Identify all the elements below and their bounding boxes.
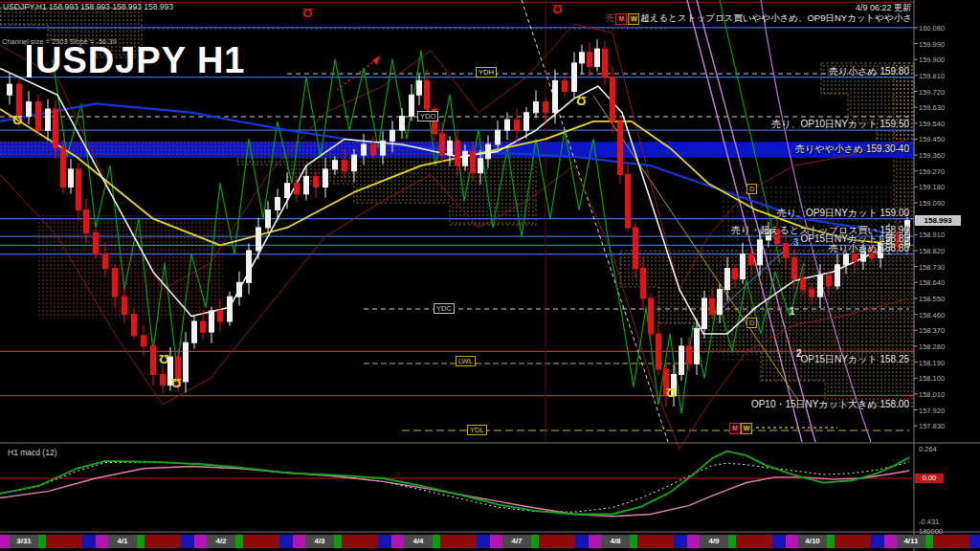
price-axis-label: 158.910	[919, 231, 945, 239]
price-axis-label: 159.630	[919, 103, 945, 112]
price-axis-label: 159.360	[919, 151, 945, 160]
price-axis-label: 158.280	[919, 342, 945, 351]
price-axis-label: 158.550	[919, 295, 945, 303]
level-annotation: 売り小さめ 158.80	[829, 242, 909, 255]
price-axis-label: 158.370	[919, 326, 945, 335]
monthly-pivot-badge[interactable]: M	[729, 423, 741, 434]
reversal-marker-bottom: Ω	[12, 113, 22, 127]
level-tag-ydh[interactable]: YDH	[476, 67, 497, 77]
level-annotation: 売り小さめ 159.80	[829, 65, 909, 78]
date-axis-label: 4/4	[404, 537, 433, 545]
date-axis-label: 4/7	[502, 537, 531, 545]
weekly-pivot-badge[interactable]: W	[628, 13, 639, 25]
reversal-marker-bottom: Ω	[171, 376, 181, 390]
price-axis-label: 159.090	[919, 199, 945, 208]
level-tag-ydo[interactable]: YDO	[417, 111, 438, 121]
top-annotation-text: 超えるとストップロス買いやや小さめ、OP9日NYカットやや小さ	[640, 12, 912, 25]
reversal-marker-bottom: Ω	[576, 94, 586, 108]
level-tag-d[interactable]: D	[746, 184, 757, 194]
level-annotation: OP10・15日NYカット大きめ 158.00	[751, 398, 909, 411]
date-axis-label: 4/9	[700, 537, 728, 545]
wave-count-label: 2	[796, 348, 802, 359]
date-axis-label: 4/10	[798, 537, 827, 545]
reversal-marker-bottom: Ω	[666, 386, 676, 400]
price-axis-label: 158.640	[919, 278, 945, 287]
date-axis-label: 4/1	[108, 537, 137, 545]
symbol-watermark: USDJPY H1	[27, 40, 246, 81]
level-tag-ydl[interactable]: YDL	[467, 425, 487, 435]
level-annotation: OP15日NYカット 158.25	[800, 353, 909, 366]
price-axis-label: 159.450	[919, 135, 945, 143]
chart-canvas[interactable]	[0, 0, 980, 551]
wave-count-label: 3	[793, 237, 799, 248]
price-axis-label: 159.990	[919, 40, 945, 49]
price-axis-label: 159.540	[919, 120, 945, 128]
current-price-tag: 158.993	[915, 215, 961, 226]
price-axis-label: 159.270	[919, 167, 945, 176]
level-tag-lwl[interactable]: LWL	[456, 356, 476, 366]
watermark-text: USDJPY H1	[35, 40, 246, 81]
level-annotation: 売りやや小さめ 159.30-40	[795, 143, 909, 156]
macd-scale-top: 0.264	[919, 445, 937, 453]
price-axis-label: 159.180	[919, 183, 945, 191]
price-axis-label: 158.820	[919, 247, 945, 255]
price-axis-label: 158.010	[919, 390, 945, 399]
date-axis-label: 4/3	[305, 537, 334, 545]
price-axis-label: 158.100	[919, 374, 945, 383]
trading-chart-window: { "window": { "symbol_line": "USDJPY,H1 …	[0, 0, 980, 551]
symbol-ohlc-line: USDJPY,H1 158.993 158.993 158.993 158.99…	[3, 2, 173, 11]
macd-scale-bottom: -0.431	[919, 518, 939, 526]
price-axis-label: 158.730	[919, 263, 945, 272]
date-axis-label: 4/11	[897, 537, 925, 545]
date-axis-label: 4/2	[207, 537, 235, 545]
price-axis-label: 157.830	[919, 422, 945, 430]
level-annotation: 売り、OP9日NYカット 159.00	[777, 207, 909, 220]
top-order-annotation: 売 M W 超えるとストップロス買いやや小さめ、OP9日NYカットやや小さ	[606, 12, 912, 25]
monthly-pivot-badge[interactable]: M	[615, 13, 627, 25]
macd-zero-tag: 0.00	[915, 474, 944, 483]
price-axis-label: 159.720	[919, 88, 945, 97]
level-tag-d[interactable]: D	[746, 318, 757, 328]
macd-indicator-label: H1 macd (12)	[8, 448, 57, 457]
sell-prefix: 売	[606, 12, 615, 25]
reversal-marker-top: Ω	[302, 6, 312, 20]
wave-count-label: 1	[790, 306, 795, 317]
volume-scale-label: 180000	[919, 527, 943, 536]
level-tag-ydc[interactable]: YDC	[434, 303, 455, 314]
date-axis-label: 3/31	[10, 537, 38, 545]
level-annotation: 売り、OP10日NYカット 159.50	[771, 118, 909, 131]
date-axis-label: 4/8	[601, 537, 630, 545]
price-axis-label: 159.810	[919, 72, 945, 80]
price-axis-label: 159.900	[919, 55, 945, 64]
reversal-marker-bottom: Ω	[159, 352, 168, 366]
price-axis-label: 157.920	[919, 407, 945, 415]
price-axis-label: 160.080	[919, 24, 945, 33]
price-axis-label: 158.460	[919, 311, 945, 320]
weekly-pivot-badge[interactable]: W	[741, 423, 752, 434]
price-axis-label: 158.190	[919, 359, 945, 367]
reversal-marker-top: Ω	[552, 2, 562, 16]
watermark-cursor-bar	[27, 45, 32, 77]
